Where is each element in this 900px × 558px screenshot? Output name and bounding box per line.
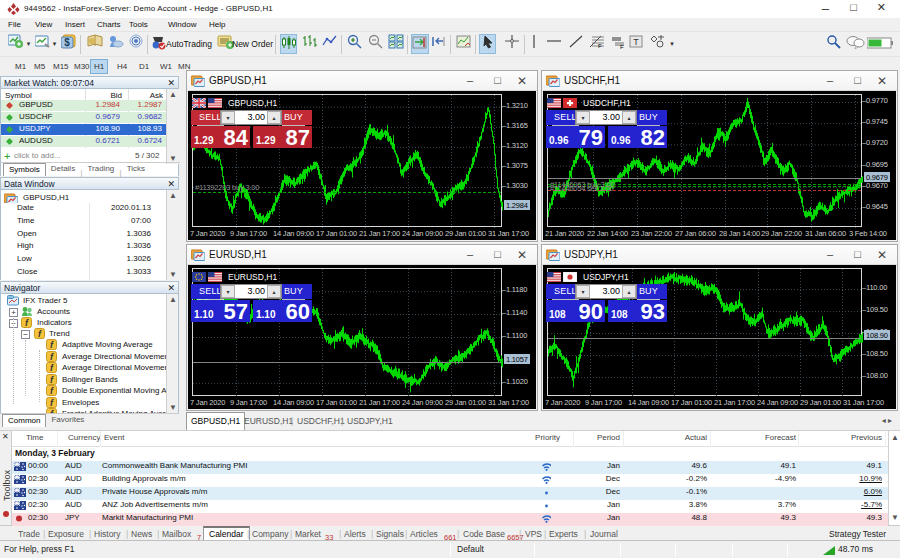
svg-text:$: $ bbox=[64, 37, 70, 48]
svg-text:F: F bbox=[598, 43, 602, 49]
svg-text:T: T bbox=[633, 37, 639, 47]
svg-text:F: F bbox=[620, 44, 624, 49]
